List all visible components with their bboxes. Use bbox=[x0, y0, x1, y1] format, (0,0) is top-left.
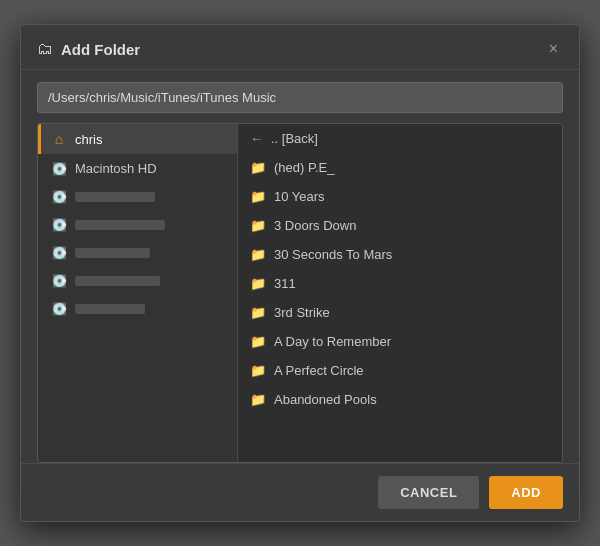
disk-icon: 💽 bbox=[51, 218, 67, 232]
close-button[interactable]: × bbox=[544, 39, 563, 59]
right-item-back[interactable]: ←.. [Back] bbox=[238, 124, 562, 153]
folder-icon: 📁 bbox=[250, 363, 266, 378]
disk-icon: 💽 bbox=[51, 274, 67, 288]
folder-icon: 📁 bbox=[250, 160, 266, 175]
left-item-label: Macintosh HD bbox=[75, 161, 157, 176]
left-item-drive-2[interactable]: 💽 bbox=[38, 211, 237, 239]
path-bar: /Users/chris/Music/iTunes/iTunes Music bbox=[37, 82, 563, 113]
right-item-30-seconds-to-mars[interactable]: 📁30 Seconds To Mars bbox=[238, 240, 562, 269]
right-panel: ←.. [Back]📁(hed) P.E_📁10 Years📁3 Doors D… bbox=[238, 124, 562, 462]
left-panel: ⌂chris💽Macintosh HD💽💽💽💽💽 bbox=[38, 124, 238, 462]
blurred-label bbox=[75, 220, 165, 230]
right-item-hed-pe[interactable]: 📁(hed) P.E_ bbox=[238, 153, 562, 182]
right-item-label: 30 Seconds To Mars bbox=[274, 247, 392, 262]
add-folder-dialog: 🗂 Add Folder × /Users/chris/Music/iTunes… bbox=[20, 24, 580, 522]
dialog-title: Add Folder bbox=[61, 41, 140, 58]
blurred-label bbox=[75, 304, 145, 314]
disk-icon: 💽 bbox=[51, 246, 67, 260]
add-button[interactable]: ADD bbox=[489, 476, 563, 509]
right-item-10-years[interactable]: 📁10 Years bbox=[238, 182, 562, 211]
left-item-drive-3[interactable]: 💽 bbox=[38, 239, 237, 267]
blurred-label bbox=[75, 192, 155, 202]
right-item-label: (hed) P.E_ bbox=[274, 160, 334, 175]
right-item-label: 311 bbox=[274, 276, 296, 291]
blurred-label bbox=[75, 276, 160, 286]
folder-icon: 📁 bbox=[250, 305, 266, 320]
home-icon: ⌂ bbox=[51, 131, 67, 147]
folder-icon: 📁 bbox=[250, 392, 266, 407]
right-item-a-day-to-remember[interactable]: 📁A Day to Remember bbox=[238, 327, 562, 356]
left-item-drive-4[interactable]: 💽 bbox=[38, 267, 237, 295]
cancel-button[interactable]: CANCEL bbox=[378, 476, 479, 509]
right-item-label: A Perfect Circle bbox=[274, 363, 364, 378]
blurred-label bbox=[75, 248, 150, 258]
left-item-chris[interactable]: ⌂chris bbox=[38, 124, 237, 154]
dialog-title-row: 🗂 Add Folder bbox=[37, 40, 140, 58]
folder-icon: 📁 bbox=[250, 189, 266, 204]
disk-icon: 💽 bbox=[51, 190, 67, 204]
file-browser: ⌂chris💽Macintosh HD💽💽💽💽💽 ←.. [Back]📁(hed… bbox=[37, 123, 563, 463]
left-item-drive-1[interactable]: 💽 bbox=[38, 183, 237, 211]
right-item-abandoned-pools[interactable]: 📁Abandoned Pools bbox=[238, 385, 562, 414]
folder-icon: 📁 bbox=[250, 334, 266, 349]
right-item-311[interactable]: 📁311 bbox=[238, 269, 562, 298]
right-item-label: .. [Back] bbox=[271, 131, 318, 146]
dialog-header: 🗂 Add Folder × bbox=[21, 25, 579, 70]
disk-icon: 💽 bbox=[51, 162, 67, 176]
right-item-label: 3 Doors Down bbox=[274, 218, 356, 233]
disk-icon: 💽 bbox=[51, 302, 67, 316]
left-item-drive-5[interactable]: 💽 bbox=[38, 295, 237, 323]
right-item-a-perfect-circle[interactable]: 📁A Perfect Circle bbox=[238, 356, 562, 385]
right-item-label: 10 Years bbox=[274, 189, 325, 204]
right-item-label: 3rd Strike bbox=[274, 305, 330, 320]
folder-icon: 📁 bbox=[250, 276, 266, 291]
right-item-label: Abandoned Pools bbox=[274, 392, 377, 407]
left-item-macintosh-hd[interactable]: 💽Macintosh HD bbox=[38, 154, 237, 183]
folder-icon: 📁 bbox=[250, 247, 266, 262]
left-item-label: chris bbox=[75, 132, 102, 147]
back-icon: ← bbox=[250, 131, 263, 146]
folder-icon: 📁 bbox=[250, 218, 266, 233]
folder-title-icon: 🗂 bbox=[37, 40, 53, 58]
right-item-label: A Day to Remember bbox=[274, 334, 391, 349]
dialog-footer: CANCEL ADD bbox=[21, 463, 579, 521]
right-item-3rd-strike[interactable]: 📁3rd Strike bbox=[238, 298, 562, 327]
right-item-3-doors-down[interactable]: 📁3 Doors Down bbox=[238, 211, 562, 240]
